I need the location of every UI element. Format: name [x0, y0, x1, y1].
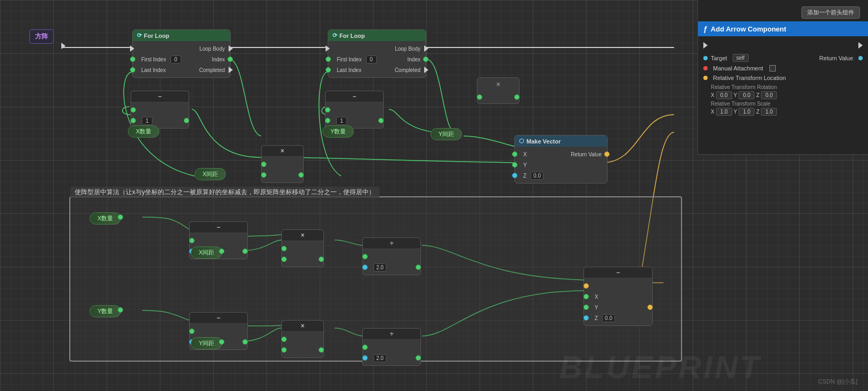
- for-loop-1-last-index-pin: [130, 67, 135, 73]
- sub2-pin-b: [325, 118, 330, 123]
- mul-by-pin-b: [281, 347, 287, 353]
- multiply-node-top: ×: [261, 145, 304, 183]
- sub2-pin-a: [325, 107, 330, 113]
- sub-by-out: [242, 339, 248, 345]
- make-vector-y-pin: [512, 162, 517, 167]
- cross-top-pin: [477, 94, 482, 100]
- panel-target-row: Target self Return Value: [703, 52, 863, 63]
- for-loop-1-body: Loop Body First Index 0 Index Last Index…: [133, 41, 230, 77]
- panel-manual-attachment-row: Manual Attachment: [703, 63, 863, 73]
- mul-by-pin-a: [281, 337, 287, 342]
- final-subtract-node: − X Y Z 0.0: [583, 267, 653, 326]
- for-loop-2-completed-pin: [424, 67, 428, 73]
- mul-top-pin-a: [261, 162, 266, 167]
- subtract-1-header: −: [131, 91, 189, 102]
- final-sub-z-pin: [583, 315, 589, 321]
- for-loop-2-body: Loop Body First Index 0 Index Last Index…: [328, 41, 426, 77]
- x-count-label-1: X数量: [128, 125, 159, 138]
- final-sub-x-pin: [583, 294, 589, 299]
- for-loop-2-index-pin: [423, 57, 428, 62]
- sub-bx-out: [242, 249, 248, 254]
- for-loop-2-header: ⟳ For Loop: [328, 30, 426, 41]
- panel-title: Add Arrow Component: [711, 25, 786, 33]
- cross-top-out: [514, 94, 520, 100]
- mul-bx-pin-b: [281, 257, 287, 262]
- for-loop-2-first-index-row: First Index 0 Index: [328, 54, 426, 65]
- for-loop-1-loop-body-pin: [229, 45, 233, 52]
- make-vector-body: X Return Value Y Z 0.0: [515, 147, 607, 183]
- for-loop-1-first-index-row: First Index 0 Index: [133, 54, 230, 65]
- panel-header: ƒ Add Arrow Component: [698, 21, 868, 36]
- make-vector-x-row: X Return Value: [515, 149, 607, 159]
- for-loop-1-header: ⟳ For Loop: [133, 30, 230, 41]
- final-sub-y-pin: [583, 305, 589, 310]
- for-loop-1-exec-row: Loop Body: [133, 43, 230, 54]
- make-vector-z-pin: [512, 173, 517, 178]
- for-loop-1-node: ⟳ For Loop Loop Body First Index 0 Index…: [132, 29, 231, 78]
- panel-exec-out: [858, 42, 863, 49]
- final-sub-out: [647, 305, 653, 310]
- sub1-pin-b: [131, 118, 136, 123]
- multiply-bottom-x: ×: [281, 229, 324, 267]
- panel-rtl-row: Relative Transform Location: [703, 73, 863, 83]
- sub2-out-pin: [378, 118, 384, 123]
- panel-header-icon: ƒ: [703, 25, 708, 33]
- for-loop-2-loop-body-pin: [424, 45, 428, 52]
- mul-top-header: ×: [262, 146, 303, 157]
- panel-rts-label: Relative Transform Scale: [711, 101, 863, 107]
- sub-bx-pin-a: [189, 238, 194, 243]
- right-panel: 添加一个箭头组件 ƒ Add Arrow Component Target se…: [697, 0, 868, 155]
- mul-bx-pin-a: [281, 246, 287, 251]
- make-vector-header: ⬡ Make Vector: [515, 135, 607, 147]
- mul-top-out: [298, 172, 304, 178]
- div-by-pin-b: [362, 355, 368, 361]
- divide-bottom-x: ÷ 2.0: [362, 237, 421, 275]
- mul-top-pin-b: [261, 172, 266, 178]
- panel-target-pin: [703, 56, 708, 60]
- array-node-label: 方阵: [35, 33, 48, 40]
- comment-label: 使阵型居中算法（让x与y坐标的二分之一被原算好的坐标减去，即原矩阵坐标移动了二分…: [70, 187, 379, 198]
- make-vector-y-row: Y: [515, 159, 607, 170]
- for-loop-1-index-pin: [228, 57, 233, 62]
- x-spacing-label-2: X间距: [191, 246, 222, 259]
- x-spacing-label-1: X间距: [194, 168, 226, 180]
- for-loop-2-last-index-row: Last Index Completed: [328, 65, 426, 75]
- y-count-label-2: Y数量: [90, 305, 121, 317]
- subtract-node-2: − 1: [325, 91, 384, 129]
- for-loop-2-last-index-pin: [326, 67, 331, 73]
- for-loop-1-last-index-row: Last Index Completed: [133, 65, 230, 75]
- sub1-out-pin: [184, 118, 189, 123]
- make-vector-x-pin: [512, 151, 517, 157]
- panel-exec-row: [703, 41, 863, 50]
- for-loop-2-first-index-pin: [326, 57, 331, 62]
- div-bx-pin-a: [362, 254, 368, 259]
- for-loop-1-exec-in-pin: [130, 45, 134, 52]
- panel-scale-values: X 1.0 Y 1.0 Z 1.0: [711, 108, 863, 116]
- panel-exec-in: [703, 42, 708, 49]
- for-loop-1-first-index-pin: [130, 57, 135, 62]
- final-sub-pin-a: [583, 283, 589, 289]
- subtract-node-1: − 1: [131, 91, 189, 129]
- mul-bx-out: [319, 257, 324, 262]
- panel-manual-pin: [703, 66, 708, 70]
- y-count-label-1: Y数量: [322, 125, 354, 138]
- make-vector-z-row: Z 0.0: [515, 170, 607, 181]
- div-by-out: [416, 355, 421, 361]
- subtract-2-header: −: [326, 91, 383, 102]
- for-loop-2-exec-in-pin: [326, 45, 330, 52]
- panel-tooltip: 添加一个箭头组件: [801, 6, 860, 19]
- csdn-credit: CSDN @[小瓜]: [818, 378, 857, 386]
- cross-node-top: ×: [477, 77, 520, 104]
- manual-attachment-checkbox[interactable]: [769, 65, 776, 71]
- sub1-pin-a: [131, 107, 136, 113]
- div-bx-out: [416, 265, 421, 270]
- y-spacing-label-top: Y间距: [431, 128, 462, 140]
- y-spacing-label-2: Y间距: [191, 337, 222, 349]
- panel-body: Target self Return Value Manual Attachme…: [698, 36, 868, 120]
- panel-rtr-label: Relative Transform Rotation: [711, 84, 863, 90]
- sub-by-pin-a: [189, 329, 194, 334]
- div-by-pin-a: [362, 345, 368, 350]
- panel-rotation-values: X 0.0 Y 0.0 Z 0.0: [711, 91, 863, 99]
- div-bx-pin-b: [362, 265, 368, 270]
- array-node: 方阵: [29, 29, 54, 44]
